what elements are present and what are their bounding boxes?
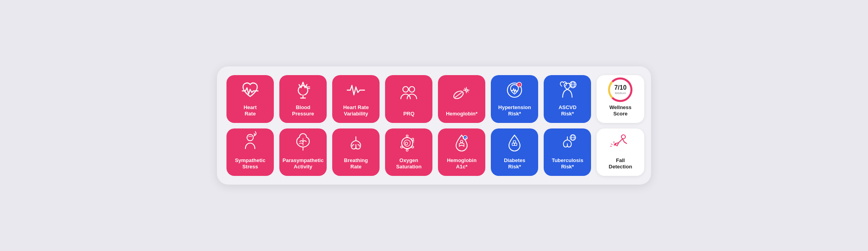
tile-hba1c[interactable]: A1c HemoglobinA1c* [438, 128, 485, 176]
sympathetic-label: SympatheticStress [235, 157, 265, 170]
parasympathetic-icon [282, 131, 324, 155]
svg-point-43 [621, 135, 625, 139]
ascvd-icon [547, 78, 588, 102]
tile-fall[interactable]: FallDetection [597, 128, 644, 176]
tile-oxygen[interactable]: O 2 OxygenSaturation [385, 128, 432, 176]
hemoglobin-label: Hemoglobin* [446, 111, 477, 117]
hba1c-icon: A1c [441, 131, 482, 155]
tile-prq[interactable]: PRQ [385, 75, 432, 123]
svg-point-2 [403, 87, 408, 92]
svg-line-11 [464, 88, 465, 89]
svg-point-29 [412, 146, 414, 148]
svg-line-12 [468, 91, 468, 92]
tile-wellness[interactable]: 7/10 Medium WellnessScore [597, 75, 644, 123]
tile-hrv[interactable]: Heart RateVariability [332, 75, 380, 123]
ascvd-label: ASCVDRisk* [559, 104, 577, 117]
hemoglobin-icon [441, 80, 482, 108]
svg-line-5 [455, 92, 462, 97]
diabetes-icon [494, 131, 535, 155]
hypertension-label: HypertensionRisk* [498, 104, 531, 117]
svg-rect-37 [512, 143, 514, 145]
oxygen-label: OxygenSaturation [396, 157, 421, 170]
tuberculosis-icon [547, 131, 588, 155]
svg-point-6 [466, 89, 468, 91]
svg-rect-39 [513, 141, 516, 143]
tile-sympathetic[interactable]: SympatheticStress [226, 128, 274, 176]
fall-label: FallDetection [609, 157, 632, 170]
heart-rate-label: HeartRate [243, 104, 256, 117]
svg-rect-38 [514, 143, 517, 145]
hrv-label: Heart RateVariability [343, 104, 369, 117]
svg-text:A1c: A1c [463, 137, 468, 140]
hypertension-icon: ! [494, 78, 535, 102]
main-container: HeartRate BloodPressure [217, 66, 651, 184]
tile-blood-pressure[interactable]: BloodPressure [279, 75, 327, 123]
diabetes-label: DiabetesRisk* [504, 157, 525, 170]
breathing-label: BreathingRate [344, 157, 368, 170]
wellness-icon: 7/10 Medium [600, 77, 641, 102]
wellness-medium: Medium [615, 91, 626, 95]
parasympathetic-label: ParasympatheticActivity [282, 157, 324, 170]
oxygen-icon: O 2 [388, 131, 429, 155]
wellness-score-num: 7/10 [614, 85, 627, 91]
svg-point-27 [406, 135, 408, 137]
tile-hemoglobin[interactable]: Hemoglobin* [438, 75, 485, 123]
blood-pressure-icon [282, 78, 324, 102]
tile-ascvd[interactable]: ASCVDRisk* [544, 75, 591, 123]
svg-point-3 [409, 87, 415, 92]
tile-tuberculosis[interactable]: TuberculosisRisk* [544, 128, 591, 176]
tuberculosis-label: TuberculosisRisk* [552, 157, 583, 170]
tile-diabetes[interactable]: DiabetesRisk* [491, 128, 538, 176]
tiles-grid: HeartRate BloodPressure [226, 75, 642, 176]
prq-label: PRQ [403, 111, 414, 117]
tile-parasympathetic[interactable]: ParasympatheticActivity [279, 128, 327, 176]
breathing-icon [335, 131, 376, 155]
svg-point-30 [406, 149, 408, 151]
hrv-icon [335, 78, 376, 102]
fall-icon [600, 131, 641, 155]
tile-breathing[interactable]: BreathingRate [332, 128, 380, 176]
heart-rate-icon [230, 78, 271, 102]
blood-pressure-label: BloodPressure [292, 104, 314, 117]
svg-line-45 [611, 144, 612, 145]
tile-hypertension[interactable]: ! HypertensionRisk* [491, 75, 538, 123]
svg-text:!: ! [519, 83, 520, 87]
svg-point-34 [460, 140, 463, 143]
tile-heart-rate[interactable]: HeartRate [226, 75, 274, 123]
sympathetic-icon [230, 131, 271, 155]
wellness-label: WellnessScore [609, 104, 631, 117]
prq-icon [388, 80, 429, 108]
svg-point-31 [401, 146, 403, 148]
hba1c-label: HemoglobinA1c* [447, 157, 477, 170]
svg-text:O: O [405, 141, 408, 146]
svg-point-21 [247, 134, 253, 141]
